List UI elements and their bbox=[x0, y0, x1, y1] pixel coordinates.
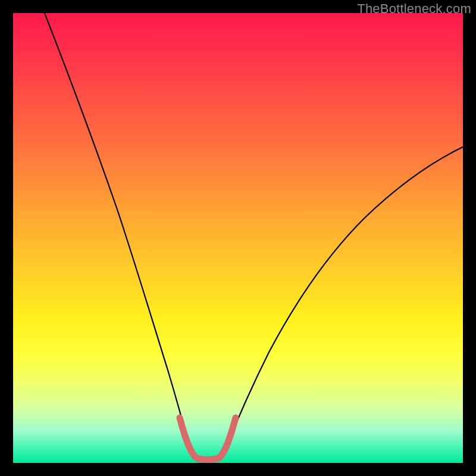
right-curve bbox=[225, 147, 463, 450]
left-curve bbox=[45, 13, 190, 450]
plot-area bbox=[13, 13, 463, 463]
curve-layer bbox=[13, 13, 463, 463]
valley-floor bbox=[180, 418, 236, 460]
chart-frame: TheBottleneck.com bbox=[0, 0, 476, 476]
watermark-text: TheBottleneck.com bbox=[357, 1, 471, 17]
